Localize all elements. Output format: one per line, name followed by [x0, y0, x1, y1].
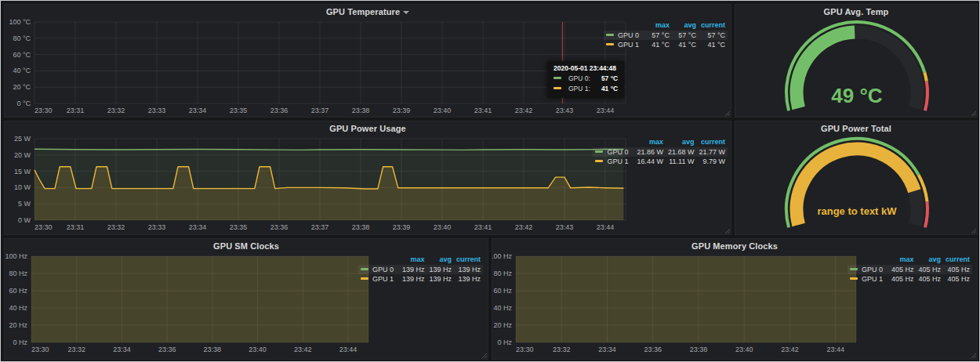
svg-text:100 °C: 100 °C	[9, 18, 31, 26]
svg-text:23:38: 23:38	[352, 223, 370, 231]
legend-col-header-current[interactable]: current	[696, 137, 728, 147]
svg-text:23:44: 23:44	[827, 346, 845, 353]
series-color-swatch-icon	[595, 160, 603, 162]
legend-col-header-max[interactable]: max	[634, 137, 666, 147]
legend-value: 139 Hz	[454, 274, 483, 284]
panel-header-gpu-power-total[interactable]: GPU Power Total	[735, 121, 977, 136]
svg-text:23:36: 23:36	[644, 346, 662, 353]
svg-text:23:37: 23:37	[311, 223, 329, 231]
gpu-power-usage-legend: maxavgcurrentGPU 021.86 W21.68 W21.77 WG…	[593, 137, 728, 166]
legend-series-name[interactable]: GPU 0	[604, 31, 645, 40]
legend-series-name[interactable]: GPU 0	[593, 147, 634, 157]
legend-col-header-max[interactable]: max	[645, 20, 672, 31]
svg-text:23:39: 23:39	[393, 107, 411, 114]
svg-text:23:31: 23:31	[67, 223, 85, 231]
panel-title[interactable]: GPU Power Total	[821, 124, 891, 133]
panel-title[interactable]: GPU Avg. Temp	[824, 7, 889, 16]
panel-gpu-memory-clocks: GPU Memory Clocks 0 Hz20 Hz40 Hz60 Hz80 …	[492, 238, 978, 360]
chart-tooltip: 2020-05-01 23:44:48GPU 0:57 °CGPU 1:41 °…	[547, 61, 624, 98]
panel-resize-handle[interactable]	[969, 226, 976, 233]
panel-gpu-temperature: GPU Temperature 0 °C20 °C40 °C60 °C80 °C…	[4, 4, 731, 118]
legend-value: 139 Hz	[426, 274, 454, 284]
legend-series-name[interactable]: GPU 1	[593, 157, 634, 166]
legend-col-header-max[interactable]: max	[889, 255, 916, 265]
svg-text:23:43: 23:43	[556, 223, 574, 231]
legend-row: GPU 141 °C41 °C41 °C	[604, 40, 728, 49]
legend-value: 21.68 W	[666, 147, 697, 157]
series-color-swatch-icon	[850, 268, 858, 270]
legend-value: 9.79 W	[696, 157, 728, 166]
svg-text:0 Hz: 0 Hz	[497, 338, 512, 346]
svg-text:0 Hz: 0 Hz	[13, 338, 27, 346]
tooltip-series-name: GPU 1:	[568, 84, 590, 94]
series-color-swatch-icon	[361, 277, 368, 280]
svg-text:23:38: 23:38	[352, 107, 370, 114]
svg-text:23:38: 23:38	[690, 346, 708, 353]
legend-value: 21.86 W	[634, 147, 666, 157]
gauge-value-text: 49 °C	[831, 84, 883, 107]
panel-resize-handle[interactable]	[723, 109, 730, 116]
svg-text:23:38: 23:38	[204, 346, 222, 353]
legend-value: 139 Hz	[454, 265, 483, 274]
svg-text:23:40: 23:40	[249, 346, 267, 353]
svg-text:23:36: 23:36	[270, 223, 289, 231]
svg-text:23:32: 23:32	[553, 346, 571, 353]
panel-resize-handle[interactable]	[969, 351, 976, 358]
legend-value: 405 Hz	[916, 274, 943, 284]
legend-series-name[interactable]: GPU 1	[848, 274, 889, 284]
panel-title[interactable]: GPU Power Usage	[329, 124, 405, 133]
legend-col-header-avg[interactable]: avg	[672, 20, 699, 31]
panel-header-gpu-sm-clocks[interactable]: GPU SM Clocks	[5, 239, 488, 253]
svg-text:20 Hz: 20 Hz	[493, 321, 512, 329]
legend-col-header-max[interactable]: max	[400, 255, 427, 265]
svg-text:60 Hz: 60 Hz	[9, 287, 27, 295]
panel-title[interactable]: GPU SM Clocks	[213, 241, 279, 251]
legend-col-header-current[interactable]: current	[943, 255, 972, 265]
svg-text:20 W: 20 W	[14, 151, 31, 159]
grafana-dashboard: GPU Temperature 0 °C20 °C40 °C60 °C80 °C…	[0, 0, 980, 362]
svg-text:20 °C: 20 °C	[13, 83, 31, 91]
legend-col-header-current[interactable]: current	[699, 20, 728, 31]
panel-header-gpu-memory-clocks[interactable]: GPU Memory Clocks	[492, 239, 977, 253]
legend-col-header-avg[interactable]: avg	[666, 137, 697, 147]
chevron-down-icon[interactable]	[403, 11, 409, 14]
svg-text:23:30: 23:30	[516, 346, 534, 353]
gpu-power-total-gauge: range to text kW	[735, 136, 977, 234]
panel-header-gpu-power-usage[interactable]: GPU Power Usage	[5, 121, 731, 136]
panel-resize-handle[interactable]	[723, 226, 730, 233]
legend-value: 41 °C	[672, 40, 699, 49]
svg-text:23:36: 23:36	[270, 107, 289, 114]
svg-text:23:33: 23:33	[148, 223, 166, 231]
series-color-swatch-icon	[595, 150, 603, 153]
panel-gpu-sm-clocks: GPU SM Clocks 0 Hz20 Hz40 Hz60 Hz80 Hz10…	[4, 238, 488, 360]
legend-value: 57 °C	[645, 31, 672, 40]
series-color-swatch-icon	[606, 43, 614, 45]
legend-value: 405 Hz	[943, 274, 972, 284]
legend-row: GPU 1405 Hz405 Hz405 Hz	[848, 274, 972, 284]
svg-text:15 W: 15 W	[14, 168, 31, 176]
svg-text:40 Hz: 40 Hz	[9, 304, 27, 312]
legend-value: 16.44 W	[634, 157, 666, 166]
legend-series-name[interactable]: GPU 0	[848, 265, 889, 274]
legend-spacer	[593, 137, 634, 147]
legend-series-name[interactable]: GPU 1	[604, 40, 645, 49]
panel-resize-handle[interactable]	[480, 351, 487, 358]
svg-text:23:34: 23:34	[189, 223, 207, 231]
legend-series-name[interactable]: GPU 0	[358, 265, 400, 274]
panel-title[interactable]: GPU Temperature	[326, 7, 400, 16]
legend-series-name[interactable]: GPU 1	[358, 274, 400, 284]
svg-text:23:42: 23:42	[294, 346, 312, 353]
legend-col-header-current[interactable]: current	[454, 255, 483, 265]
panel-title[interactable]: GPU Memory Clocks	[691, 241, 778, 251]
tooltip-series-row: GPU 1:41 °C	[554, 84, 618, 94]
svg-text:23:32: 23:32	[107, 223, 125, 231]
legend-col-header-avg[interactable]: avg	[426, 255, 454, 265]
legend-row: GPU 116.44 W11.11 W9.79 W	[593, 157, 728, 166]
legend-col-header-avg[interactable]: avg	[916, 255, 943, 265]
panel-resize-handle[interactable]	[969, 109, 976, 116]
legend-value: 139 Hz	[400, 274, 427, 284]
legend-row: GPU 057 °C57 °C57 °C	[604, 31, 728, 40]
svg-text:23:42: 23:42	[515, 107, 533, 114]
panel-header-gpu-temperature[interactable]: GPU Temperature	[5, 5, 731, 19]
panel-header-gpu-avg-temp[interactable]: GPU Avg. Temp	[735, 5, 977, 19]
